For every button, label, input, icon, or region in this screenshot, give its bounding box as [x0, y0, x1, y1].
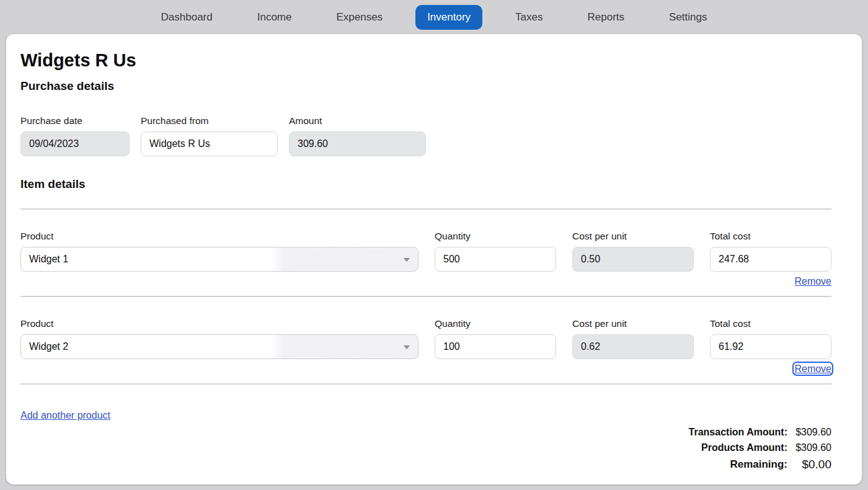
quantity-label: Quantity — [435, 318, 556, 329]
purchased-from-input[interactable] — [141, 131, 278, 156]
purchase-date-input[interactable] — [20, 131, 130, 156]
divider — [20, 383, 831, 385]
totals-summary: Transaction Amount: $309.60 Products Amo… — [20, 426, 831, 472]
item-row: Product Widget 2 Quantity Cost per unit … — [20, 318, 831, 375]
product-label: Product — [20, 318, 418, 329]
top-navigation: Dashboard Income Expenses Inventory Taxe… — [0, 0, 868, 34]
divider — [20, 296, 831, 297]
content-card: Widgets R Us Purchase details Purchase d… — [6, 34, 862, 484]
purchase-date-label: Purchase date — [20, 115, 130, 126]
quantity-field-group: Quantity — [435, 231, 556, 272]
quantity-label: Quantity — [435, 231, 556, 241]
item-row: Product Widget 1 Quantity Cost per unit … — [20, 231, 831, 288]
cost-per-unit-input[interactable] — [572, 334, 694, 359]
remaining-value: $0.00 — [792, 457, 831, 472]
cost-per-unit-input[interactable] — [572, 247, 694, 272]
products-amount-label: Products Amount: — [689, 442, 787, 454]
product-select-value: Widget 1 — [29, 254, 68, 265]
tab-dashboard[interactable]: Dashboard — [161, 11, 213, 24]
purchase-fields: Purchase date Purchased from Amount — [20, 115, 831, 156]
divider — [20, 208, 831, 210]
amount-field-group: Amount — [289, 115, 426, 156]
purchase-date-field-group: Purchase date — [20, 115, 130, 156]
remove-line: Remove — [20, 363, 831, 375]
total-cost-input[interactable] — [710, 247, 831, 272]
quantity-field-group: Quantity — [435, 318, 556, 359]
tab-expenses[interactable]: Expenses — [336, 11, 383, 24]
product-label: Product — [20, 231, 418, 241]
products-amount-value: $309.60 — [792, 442, 831, 454]
remove-link[interactable]: Remove — [794, 276, 831, 287]
remove-link[interactable]: Remove — [794, 363, 831, 374]
tab-income[interactable]: Income — [257, 11, 292, 24]
cost-per-unit-field-group: Cost per unit — [572, 231, 694, 272]
product-select[interactable]: Widget 1 — [20, 247, 418, 272]
quantity-input[interactable] — [435, 334, 556, 359]
product-field-group: Product Widget 1 — [20, 231, 418, 272]
item-details-heading: Item details — [20, 177, 831, 191]
remaining-label: Remaining: — [689, 457, 787, 472]
purchased-from-label: Purchased from — [141, 115, 278, 126]
amount-input[interactable] — [289, 131, 426, 156]
tab-taxes[interactable]: Taxes — [515, 11, 542, 24]
product-select-value: Widget 2 — [29, 341, 68, 352]
tab-settings[interactable]: Settings — [669, 11, 707, 24]
tab-inventory[interactable]: Inventory — [415, 5, 482, 30]
total-cost-field-group: Total cost — [710, 318, 831, 359]
cost-per-unit-label: Cost per unit — [572, 318, 694, 329]
purchase-details-heading: Purchase details — [20, 79, 831, 93]
total-cost-label: Total cost — [710, 318, 831, 329]
add-product-line: Add another product — [20, 410, 831, 421]
transaction-amount-label: Transaction Amount: — [689, 426, 787, 439]
total-cost-field-group: Total cost — [710, 231, 831, 272]
chevron-down-icon — [404, 258, 410, 262]
transaction-amount-value: $309.60 — [792, 426, 831, 439]
total-cost-input[interactable] — [710, 334, 831, 359]
remove-line: Remove — [20, 275, 831, 288]
page-title: Widgets R Us — [20, 34, 831, 71]
cost-per-unit-label: Cost per unit — [572, 231, 694, 241]
purchased-from-field-group: Purchased from — [141, 115, 278, 156]
add-another-product-link[interactable]: Add another product — [20, 410, 110, 421]
amount-label: Amount — [289, 115, 426, 126]
total-cost-label: Total cost — [710, 231, 831, 241]
quantity-input[interactable] — [435, 247, 556, 272]
chevron-down-icon — [404, 345, 410, 349]
tab-reports[interactable]: Reports — [587, 11, 624, 24]
product-field-group: Product Widget 2 — [20, 318, 418, 359]
cost-per-unit-field-group: Cost per unit — [572, 318, 694, 359]
product-select[interactable]: Widget 2 — [20, 334, 418, 359]
